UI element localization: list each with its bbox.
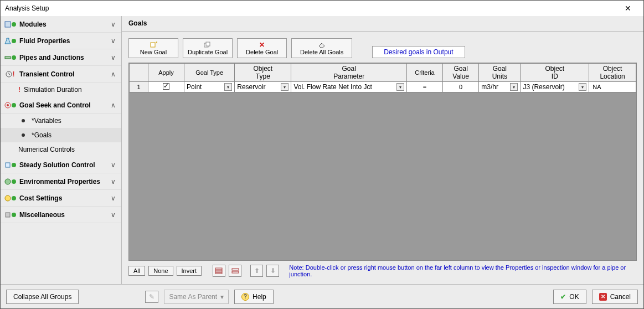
col-goal-value: Goal Value	[443, 64, 479, 82]
chevron-down-icon: ▾	[396, 83, 404, 91]
globe-icon	[5, 177, 15, 187]
duplicate-goal-button[interactable]: Duplicate Goal	[183, 38, 233, 58]
object-location-cell[interactable]: NA	[589, 82, 636, 92]
sidebar-sub-numerical-controls[interactable]: Numerical Controls	[1, 142, 121, 157]
collapse-all-groups-button[interactable]: Collapse All Groups	[6, 290, 79, 304]
chevron-down-icon: ▾	[510, 83, 518, 91]
apply-checkbox[interactable]	[148, 82, 184, 92]
new-goal-button[interactable]: ✶ New Goal	[128, 38, 178, 58]
svg-rect-1	[5, 56, 11, 59]
chevron-down-icon: ▾	[579, 83, 586, 91]
sidebar-item-transient-control[interactable]: ! Transient Control ∧	[1, 66, 121, 83]
sidebar: Modules ∨ Fluid Properties ∨ Pipes and J…	[1, 16, 122, 284]
misc-icon	[5, 210, 15, 220]
svg-rect-15	[215, 268, 222, 270]
row-number[interactable]: 1	[130, 82, 148, 92]
delete-icon: ✕	[259, 41, 265, 49]
chevron-down-icon: ∨	[109, 211, 117, 219]
sidebar-item-modules[interactable]: Modules ∨	[1, 16, 121, 33]
svg-rect-14	[206, 42, 210, 46]
col-criteria: Criteria	[406, 64, 442, 82]
expand-rows-icon[interactable]	[213, 265, 225, 277]
page-title: Goals	[122, 16, 643, 32]
pipe-icon	[5, 53, 15, 63]
svg-rect-17	[215, 272, 222, 274]
window-title: Analysis Setup	[5, 4, 617, 12]
chevron-down-icon: ∨	[109, 20, 117, 28]
select-invert-button[interactable]: Invert	[177, 266, 202, 276]
goal-parameter-cell[interactable]: Vol. Flow Rate Net Into Jct▾	[291, 82, 407, 92]
target-icon	[5, 100, 15, 110]
svg-point-4	[7, 104, 9, 106]
edit-icon[interactable]: ✎	[145, 291, 158, 303]
svg-rect-7	[6, 163, 10, 167]
svg-rect-10	[6, 213, 10, 217]
goal-value-cell[interactable]: 0	[443, 82, 479, 92]
chevron-down-icon: ∨	[109, 54, 117, 61]
table-row[interactable]: 1 Point▾ Reservoir▾ Vol. Flow Rate Net I…	[130, 82, 636, 92]
goal-units-cell[interactable]: m3/hr▾	[479, 82, 521, 92]
collapse-rows-icon[interactable]	[229, 265, 241, 277]
clock-icon: !	[5, 69, 15, 79]
col-object-type: Object Type	[235, 64, 291, 82]
svg-rect-16	[215, 270, 222, 272]
goal-type-cell[interactable]: Point▾	[184, 82, 235, 92]
help-button[interactable]: ? Help	[234, 290, 274, 304]
goals-grid: Apply Goal Type Object Type Goal Paramet…	[128, 63, 637, 261]
col-apply: Apply	[148, 64, 184, 82]
cancel-button[interactable]: ✕Cancel	[592, 290, 638, 304]
grid-note: Note: Double-click or press right mouse …	[289, 264, 637, 277]
help-icon: ?	[241, 293, 249, 301]
sidebar-item-misc[interactable]: Miscellaneous ∨	[1, 207, 121, 223]
svg-point-5	[22, 119, 25, 122]
move-up-icon[interactable]: ⬆	[250, 265, 263, 277]
desired-goals-output-button[interactable]: Desired goals in Output	[372, 46, 465, 58]
chevron-down-icon: ∨	[109, 161, 117, 169]
ok-button[interactable]: ✔OK	[553, 290, 586, 304]
object-type-cell[interactable]: Reservoir▾	[235, 82, 291, 92]
cancel-icon: ✕	[599, 293, 607, 301]
sidebar-sub-goals[interactable]: *Goals	[1, 128, 121, 142]
svg-point-8	[5, 179, 11, 184]
delete-all-goals-button[interactable]: Delete All Goals	[291, 38, 352, 58]
sidebar-sub-simulation-duration[interactable]: ! Simulation Duration	[1, 83, 121, 97]
warning-icon: !	[18, 86, 20, 94]
col-goal-parameter: Goal Parameter	[291, 64, 407, 82]
svg-text:✶: ✶	[154, 42, 157, 46]
new-icon: ✶	[150, 41, 157, 49]
chevron-down-icon: ∨	[109, 178, 117, 186]
sidebar-item-fluid-properties[interactable]: Fluid Properties ∨	[1, 33, 121, 49]
object-id-cell[interactable]: J3 (Reservoir)▾	[521, 82, 589, 92]
same-as-parent-dropdown[interactable]: Same As Parent▾	[164, 290, 229, 304]
select-all-button[interactable]: All	[128, 266, 145, 276]
chevron-down-icon: ▾	[281, 83, 288, 91]
col-rownum	[130, 64, 148, 82]
modules-icon	[5, 19, 15, 29]
goal-icon	[18, 130, 28, 140]
sidebar-item-cost[interactable]: Cost Settings ∨	[1, 190, 121, 207]
sidebar-item-goal-seek[interactable]: Goal Seek and Control ∧	[1, 97, 121, 114]
variable-icon	[18, 116, 28, 126]
svg-point-9	[5, 195, 11, 201]
criteria-cell[interactable]: =	[406, 82, 442, 92]
solution-icon	[5, 160, 15, 170]
svg-rect-0	[5, 22, 11, 27]
chevron-up-icon: ∧	[109, 70, 117, 78]
close-icon[interactable]: ✕	[617, 4, 639, 13]
flask-icon	[5, 36, 15, 46]
duplicate-icon	[204, 41, 212, 49]
sidebar-item-pipes-junctions[interactable]: Pipes and Junctions ∨	[1, 49, 121, 66]
eraser-icon	[318, 41, 326, 49]
svg-rect-18	[232, 269, 239, 270]
svg-rect-19	[232, 271, 239, 273]
move-down-icon[interactable]: ⬇	[266, 265, 279, 277]
cost-icon	[5, 193, 15, 203]
sidebar-item-environmental[interactable]: Environmental Properties ∨	[1, 173, 121, 190]
delete-goal-button[interactable]: ✕ Delete Goal	[237, 38, 287, 58]
check-icon: ✔	[560, 293, 566, 301]
select-none-button[interactable]: None	[148, 266, 173, 276]
sidebar-sub-variables[interactable]: *Variables	[1, 114, 121, 128]
col-goal-units: Goal Units	[479, 64, 521, 82]
col-object-location: Object Location	[589, 64, 636, 82]
sidebar-item-steady-solution[interactable]: Steady Solution Control ∨	[1, 157, 121, 173]
